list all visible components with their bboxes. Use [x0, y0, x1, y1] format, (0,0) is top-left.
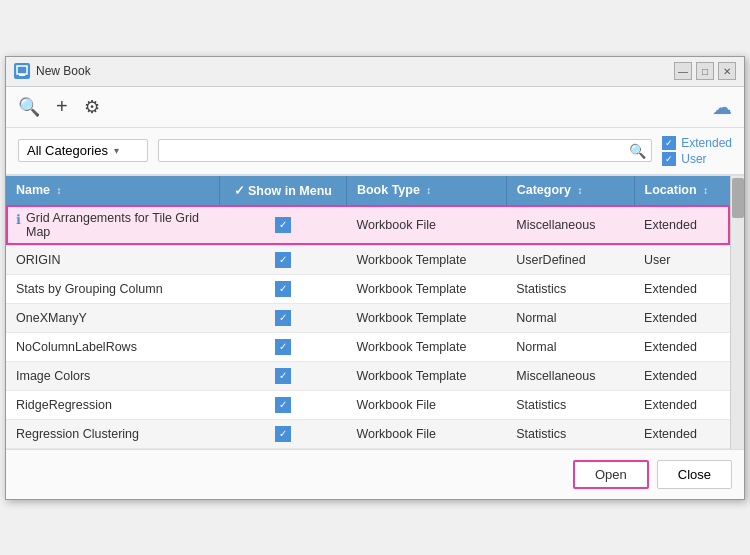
name-cell: Image Colors: [6, 361, 219, 390]
table-row[interactable]: ORIGIN✓Workbook TemplateUserDefinedUser: [6, 245, 730, 274]
name-cell: ℹGrid Arrangements for Tile Grid Map: [6, 205, 219, 246]
search-icon[interactable]: 🔍: [18, 96, 40, 118]
footer: Open Close: [6, 449, 744, 499]
table-header-row: Name ↕ ✓ Show in Menu Book Type ↕ Catego…: [6, 176, 730, 205]
type-cell: Workbook File: [346, 419, 506, 448]
menu-cell[interactable]: ✓: [219, 390, 346, 419]
toolbar: 🔍 + ⚙ ☁: [6, 87, 744, 128]
row-name: NoColumnLabelRows: [16, 340, 137, 354]
menu-cell[interactable]: ✓: [219, 205, 346, 246]
name-cell: RidgeRegression: [6, 390, 219, 419]
svg-rect-0: [17, 66, 27, 74]
filter-bar: All Categories ▾ 🔍 ✓ Extended ✓ User: [6, 128, 744, 175]
location-cell: Extended: [634, 274, 730, 303]
col-header-name[interactable]: Name ↕: [6, 176, 219, 205]
menu-checkbox[interactable]: ✓: [275, 252, 291, 268]
type-cell: Workbook Template: [346, 245, 506, 274]
type-cell: Workbook File: [346, 205, 506, 246]
scrollbar[interactable]: [730, 176, 744, 449]
search-wrapper: 🔍: [158, 139, 652, 162]
maximize-button[interactable]: □: [696, 62, 714, 80]
scrollbar-thumb[interactable]: [732, 178, 744, 218]
name-cell: OneXManyY: [6, 303, 219, 332]
cat-sort-icon: ↕: [577, 185, 582, 196]
svg-rect-1: [19, 74, 25, 76]
menu-checkbox[interactable]: ✓: [275, 339, 291, 355]
menu-checkbox[interactable]: ✓: [275, 310, 291, 326]
category-dropdown[interactable]: All Categories ▾: [18, 139, 148, 162]
menu-cell[interactable]: ✓: [219, 361, 346, 390]
row-name: RidgeRegression: [16, 398, 112, 412]
menu-checkbox[interactable]: ✓: [275, 426, 291, 442]
row-name: Stats by Grouping Column: [16, 282, 163, 296]
table-row[interactable]: Stats by Grouping Column✓Workbook Templa…: [6, 274, 730, 303]
menu-cell[interactable]: ✓: [219, 332, 346, 361]
title-bar-left: New Book: [14, 63, 91, 79]
location-cell: Extended: [634, 361, 730, 390]
category-cell: Normal: [506, 303, 634, 332]
filter-checkboxes: ✓ Extended ✓ User: [662, 136, 732, 166]
open-button[interactable]: Open: [573, 460, 649, 489]
table-row[interactable]: Regression Clustering✓Workbook FileStati…: [6, 419, 730, 448]
location-cell: Extended: [634, 303, 730, 332]
menu-cell[interactable]: ✓: [219, 274, 346, 303]
menu-checkbox[interactable]: ✓: [275, 368, 291, 384]
main-window: New Book — □ ✕ 🔍 + ⚙ ☁ All Categories ▾ …: [5, 56, 745, 500]
table-row[interactable]: RidgeRegression✓Workbook FileStatisticsE…: [6, 390, 730, 419]
category-cell: UserDefined: [506, 245, 634, 274]
row-name: OneXManyY: [16, 311, 87, 325]
extended-checkbox-row[interactable]: ✓ Extended: [662, 136, 732, 150]
menu-cell[interactable]: ✓: [219, 245, 346, 274]
col-header-category[interactable]: Category ↕: [506, 176, 634, 205]
add-icon[interactable]: +: [56, 95, 68, 118]
location-cell: User: [634, 245, 730, 274]
category-cell: Statistics: [506, 274, 634, 303]
location-cell: Extended: [634, 390, 730, 419]
col-header-menu[interactable]: ✓ Show in Menu: [219, 176, 346, 205]
menu-checkbox[interactable]: ✓: [275, 397, 291, 413]
window-title: New Book: [36, 64, 91, 78]
table-row[interactable]: ℹGrid Arrangements for Tile Grid Map✓Wor…: [6, 205, 730, 246]
user-checkbox-row[interactable]: ✓ User: [662, 152, 732, 166]
name-cell: Regression Clustering: [6, 419, 219, 448]
row-name: Grid Arrangements for Tile Grid Map: [26, 211, 209, 239]
minimize-button[interactable]: —: [674, 62, 692, 80]
close-button[interactable]: ✕: [718, 62, 736, 80]
cloud-icon[interactable]: ☁: [712, 95, 732, 119]
col-header-type[interactable]: Book Type ↕: [346, 176, 506, 205]
category-cell: Statistics: [506, 419, 634, 448]
search-input[interactable]: [158, 139, 652, 162]
user-checkbox[interactable]: ✓: [662, 152, 676, 166]
menu-cell[interactable]: ✓: [219, 303, 346, 332]
type-sort-icon: ↕: [426, 185, 431, 196]
info-icon: ℹ: [16, 212, 21, 227]
type-cell: Workbook Template: [346, 332, 506, 361]
table-row[interactable]: OneXManyY✓Workbook TemplateNormalExtende…: [6, 303, 730, 332]
toolbar-left: 🔍 + ⚙: [18, 95, 100, 118]
menu-checkbox[interactable]: ✓: [275, 281, 291, 297]
extended-checkbox[interactable]: ✓: [662, 136, 676, 150]
user-label: User: [681, 152, 706, 166]
menu-cell[interactable]: ✓: [219, 419, 346, 448]
menu-checkbox[interactable]: ✓: [275, 217, 291, 233]
location-cell: Extended: [634, 419, 730, 448]
close-button[interactable]: Close: [657, 460, 732, 489]
location-cell: Extended: [634, 205, 730, 246]
table-body: ℹGrid Arrangements for Tile Grid Map✓Wor…: [6, 205, 730, 449]
col-header-location[interactable]: Location ↕: [634, 176, 730, 205]
category-cell: Miscellaneous: [506, 205, 634, 246]
table-row[interactable]: Image Colors✓Workbook TemplateMiscellane…: [6, 361, 730, 390]
name-cell: NoColumnLabelRows: [6, 332, 219, 361]
data-table: Name ↕ ✓ Show in Menu Book Type ↕ Catego…: [6, 176, 730, 449]
extended-label: Extended: [681, 136, 732, 150]
row-name: ORIGIN: [16, 253, 60, 267]
category-label: All Categories: [27, 143, 108, 158]
row-name: Regression Clustering: [16, 427, 139, 441]
search-inside-icon: 🔍: [629, 143, 646, 159]
settings-icon[interactable]: ⚙: [84, 96, 100, 118]
name-sort-icon: ↕: [57, 185, 62, 196]
title-bar: New Book — □ ✕: [6, 57, 744, 87]
table-row[interactable]: NoColumnLabelRows✓Workbook TemplateNorma…: [6, 332, 730, 361]
name-cell: Stats by Grouping Column: [6, 274, 219, 303]
type-cell: Workbook Template: [346, 274, 506, 303]
